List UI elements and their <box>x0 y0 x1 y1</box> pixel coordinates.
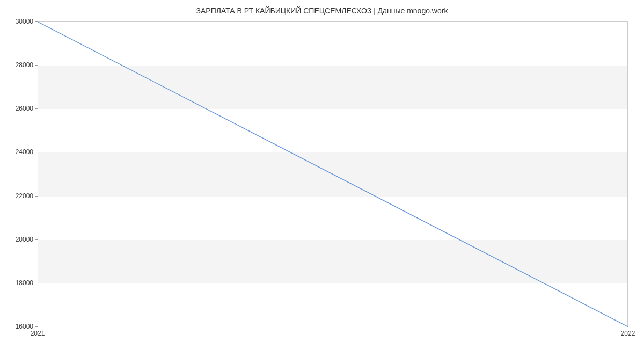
chart-title: ЗАРПЛАТА В РТ КАЙБИЦКИЙ СПЕЦСЕМЛЕСХОЗ | … <box>0 0 644 19</box>
x-tick-label: 2021 <box>31 330 45 337</box>
y-tick-mark <box>35 21 38 22</box>
y-tick-mark <box>35 239 38 240</box>
y-tick-label: 30000 <box>6 18 33 25</box>
y-tick-mark <box>35 152 38 152</box>
y-tick-label: 24000 <box>6 148 33 156</box>
plot-area <box>38 21 628 326</box>
y-tick-mark <box>35 65 38 66</box>
chart-container: 1600018000200002200024000260002800030000… <box>38 21 628 326</box>
y-tick-mark <box>35 196 38 197</box>
y-tick-mark <box>35 108 38 109</box>
y-tick-label: 16000 <box>6 323 33 330</box>
y-tick-mark <box>35 283 38 283</box>
line-chart <box>38 22 628 327</box>
y-tick-label: 28000 <box>6 61 33 69</box>
y-tick-label: 26000 <box>6 105 33 112</box>
x-tick-mark <box>38 326 38 329</box>
y-tick-label: 22000 <box>6 192 33 200</box>
x-tick-label: 2022 <box>621 330 635 337</box>
y-tick-label: 20000 <box>6 236 33 243</box>
x-tick-mark <box>628 326 628 329</box>
y-tick-label: 18000 <box>6 279 33 287</box>
